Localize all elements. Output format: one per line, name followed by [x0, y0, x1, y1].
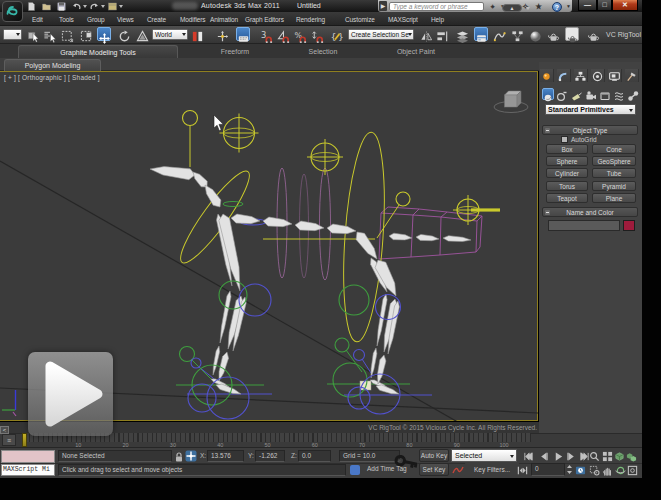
- search-binoculars-icon[interactable]: ⌖: [488, 2, 497, 11]
- favorites-star-icon[interactable]: ★: [534, 2, 543, 11]
- select-and-rotate-icon[interactable]: [117, 27, 131, 41]
- set-keys-curve-icon[interactable]: [452, 464, 464, 476]
- select-and-scale-icon[interactable]: [135, 27, 149, 41]
- select-by-name-icon[interactable]: [42, 27, 56, 41]
- menu-modifiers[interactable]: Modifiers: [180, 16, 205, 23]
- save-file-icon[interactable]: [57, 2, 66, 11]
- pan-hand-icon[interactable]: [602, 465, 613, 476]
- snaps-toggle-icon[interactable]: 3: [259, 27, 273, 41]
- category-cameras[interactable]: [585, 88, 597, 100]
- close-button[interactable]: ✕: [612, 0, 638, 11]
- primitive-pyramid-button[interactable]: Pyramid: [592, 181, 636, 191]
- primitive-box-button[interactable]: Box: [546, 144, 588, 154]
- y-coordinate-field[interactable]: -1.262: [255, 450, 285, 462]
- menu-help[interactable]: Help: [431, 16, 444, 23]
- menu-customize[interactable]: Customize: [345, 16, 375, 23]
- redo-dropdown-icon[interactable]: [101, 5, 105, 8]
- window-crossing-icon[interactable]: [79, 27, 93, 41]
- collapse-icon[interactable]: [545, 210, 550, 215]
- selection-filter-dropdown[interactable]: [3, 29, 22, 40]
- next-frame-icon[interactable]: [566, 451, 577, 462]
- ribbon-tab-selection[interactable]: Selection: [288, 45, 358, 58]
- time-configuration-icon[interactable]: [575, 465, 586, 476]
- select-and-move-icon[interactable]: [97, 27, 111, 41]
- object-name-field[interactable]: [548, 220, 620, 231]
- ribbon-tab-freeform[interactable]: Freeform: [200, 45, 270, 58]
- menu-rendering[interactable]: Rendering: [296, 16, 325, 23]
- autogrid-checkbox[interactable]: [561, 136, 568, 143]
- curve-editor-icon[interactable]: [492, 27, 506, 41]
- maximize-viewport-icon[interactable]: [627, 465, 638, 476]
- primitive-tube-button[interactable]: Tube: [592, 168, 636, 178]
- category-systems[interactable]: [627, 88, 639, 100]
- zoom-all-icon[interactable]: [602, 451, 613, 462]
- z-coordinate-field[interactable]: 0.0: [298, 450, 331, 462]
- primitive-cone-button[interactable]: Cone: [592, 144, 636, 154]
- frame-spinner[interactable]: [566, 463, 573, 476]
- category-helpers[interactable]: [599, 88, 611, 100]
- maxscript-mini-listener[interactable]: MAXScript Mi: [1, 464, 55, 476]
- add-time-tag-field[interactable]: Add Time Tag: [364, 464, 414, 476]
- material-editor-icon[interactable]: [528, 27, 542, 41]
- panel-tab-motion[interactable]: [591, 69, 605, 82]
- object-type-rollout[interactable]: Object Type: [542, 125, 638, 135]
- menu-edit[interactable]: Edit: [32, 16, 43, 23]
- menu-views[interactable]: Views: [117, 16, 134, 23]
- maxscript-macro-recorder[interactable]: [1, 450, 55, 463]
- undo-dropdown-icon[interactable]: [83, 5, 87, 8]
- ribbon-tab-graphite-modeling-tools[interactable]: Graphite Modeling Tools: [18, 45, 178, 58]
- track-bar-mode-icon[interactable]: ≡: [2, 434, 16, 446]
- category-lights[interactable]: [570, 88, 582, 100]
- time-tag-icon[interactable]: [350, 465, 360, 475]
- go-to-start-icon[interactable]: [523, 451, 534, 462]
- project-folder-icon[interactable]: [108, 2, 117, 11]
- primitive-category-dropdown[interactable]: Standard Primitives: [545, 104, 636, 115]
- minimize-button[interactable]: —: [578, 0, 597, 11]
- infocenter-expand-icon[interactable]: ▶: [379, 1, 387, 11]
- zoom-icon[interactable]: [589, 451, 600, 462]
- panel-tab-utilities[interactable]: [625, 69, 639, 82]
- auto-key-button[interactable]: Auto Key: [419, 449, 449, 462]
- maximize-button[interactable]: □: [597, 0, 612, 11]
- panel-tab-display[interactable]: [608, 69, 622, 82]
- schematic-view-icon[interactable]: [510, 27, 524, 41]
- key-mode-toggle-icon[interactable]: [517, 465, 528, 476]
- name-color-rollout[interactable]: Name and Color: [542, 207, 638, 217]
- collapse-icon[interactable]: [545, 128, 550, 133]
- key-selection-dropdown[interactable]: Selected: [451, 449, 517, 462]
- primitive-torus-button[interactable]: Torus: [546, 181, 588, 191]
- category-geometry[interactable]: [542, 88, 554, 100]
- angle-snap-icon[interactable]: [276, 27, 290, 41]
- primitive-cylinder-button[interactable]: Cylinder: [546, 168, 588, 178]
- time-slider-prev-button[interactable]: <: [0, 426, 9, 434]
- primitive-teapot-button[interactable]: Teapot: [546, 193, 588, 203]
- x-coordinate-field[interactable]: 13.576: [207, 450, 244, 462]
- menu-create[interactable]: Create: [147, 16, 166, 23]
- mirror-icon[interactable]: [419, 27, 433, 41]
- primitive-plane-button[interactable]: Plane: [592, 193, 636, 203]
- time-slider-handle[interactable]: [22, 433, 27, 447]
- ribbon-minimize-icon[interactable]: ▲: [502, 4, 522, 12]
- layer-manager-icon[interactable]: [455, 27, 469, 41]
- render-production-icon[interactable]: [586, 27, 600, 41]
- viewport-label[interactable]: [ + ] [ Orthographic ] [ Shaded ]: [4, 74, 100, 81]
- named-selection-dropdown[interactable]: Create Selection Se: [348, 29, 414, 40]
- primitive-geosphere-button[interactable]: GeoSphere: [592, 156, 636, 166]
- app-logo-button[interactable]: [2, 1, 23, 22]
- menu-animation[interactable]: Animation: [210, 16, 238, 23]
- render-setup-icon[interactable]: [546, 27, 560, 41]
- redo-icon[interactable]: [90, 2, 99, 11]
- percent-snap-icon[interactable]: %: [293, 27, 307, 41]
- category-shapes[interactable]: [556, 88, 568, 100]
- video-play-button[interactable]: [28, 352, 113, 436]
- menu-graph-editors[interactable]: Graph Editors: [245, 16, 284, 23]
- help-icon[interactable]: ?: [552, 2, 562, 12]
- rendered-frame-window-icon[interactable]: [565, 27, 579, 41]
- select-object-icon[interactable]: [26, 27, 40, 41]
- align-icon[interactable]: [435, 27, 449, 41]
- rect-selection-region-icon[interactable]: [60, 27, 74, 41]
- absolute-mode-icon[interactable]: [185, 450, 197, 462]
- select-and-manipulate-icon[interactable]: [215, 27, 229, 41]
- undo-icon[interactable]: [72, 2, 81, 11]
- spinner-snap-icon[interactable]: [310, 27, 324, 41]
